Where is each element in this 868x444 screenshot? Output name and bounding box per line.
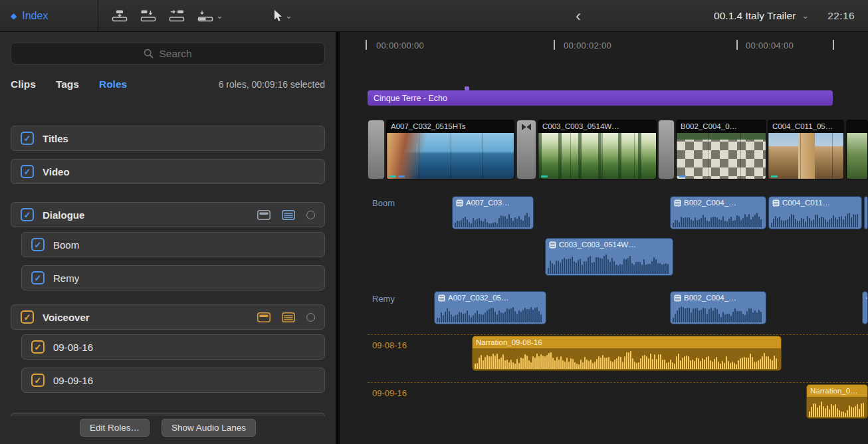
arrow-tool-button[interactable]: ⌄ (271, 8, 294, 24)
role-row-dialogue[interactable]: ✓ Dialogue (11, 202, 325, 227)
connect-edit-icon (112, 9, 128, 22)
collapse-lanes-button[interactable] (257, 312, 271, 322)
insert-edit-button[interactable] (139, 8, 158, 23)
transition-clip[interactable] (658, 120, 675, 179)
index-toggle-button[interactable]: ◆ Index (11, 0, 48, 31)
title-clip-label: Cinque Terre - Echo (374, 94, 447, 103)
role-row-titles[interactable]: ✓ Titles (11, 126, 325, 151)
boom-checkbox[interactable]: ✓ (31, 238, 45, 251)
video-clip-b002[interactable]: B002_C004_0… (676, 120, 766, 179)
show-lanes-icon (282, 312, 295, 322)
index-label: Index (22, 10, 48, 22)
timeline-back-button[interactable]: ‹ (572, 0, 585, 31)
tool-selector: ⌄ (271, 0, 294, 31)
lane-label-09-08-16: 09-08-16 (372, 340, 407, 350)
audio-clip-narration-0909[interactable]: Narration_0… (806, 384, 868, 419)
video-clip-edge[interactable] (846, 120, 868, 179)
audio-clip-boom-c004[interactable]: C004_C011… (768, 196, 862, 229)
next-role-row-partial (11, 413, 325, 416)
take-0909-checkbox[interactable]: ✓ (31, 374, 45, 387)
search-input[interactable]: Search (11, 43, 325, 64)
search-placeholder: Search (159, 48, 191, 60)
audio-waveform (548, 251, 671, 274)
role-row-video[interactable]: ✓ Video (11, 159, 325, 184)
audio-clip-remy-a007[interactable]: A007_C032_05… (434, 291, 546, 324)
audio-clip-boom-c003[interactable]: C003_C003_0514W… (545, 238, 673, 276)
audio-clip-name: Narration_09-08-16 (473, 336, 781, 348)
ruler-tick (554, 40, 555, 50)
audio-clip-edge[interactable] (864, 196, 868, 229)
role-label: Video (43, 166, 70, 177)
role-color-dashes (389, 175, 405, 177)
role-color-dashes (541, 175, 548, 177)
video-clip-c004[interactable]: C004_C011_05… (768, 120, 844, 179)
audio-clip-boom-a007[interactable]: A007_C03… (452, 196, 534, 229)
overwrite-edit-icon (197, 9, 213, 22)
focus-radio-button[interactable] (306, 211, 315, 219)
show-lanes-button[interactable] (282, 312, 295, 322)
role-row-boom[interactable]: ✓ Boom (21, 232, 325, 257)
connect-edit-button[interactable] (110, 8, 129, 23)
audio-clip-edge[interactable] (862, 291, 868, 324)
collapse-lanes-button[interactable] (257, 210, 271, 220)
cross-dissolve-transition[interactable] (516, 120, 536, 179)
tab-clips[interactable]: Clips (11, 78, 36, 90)
arrow-cursor-icon (272, 9, 282, 23)
audio-role-icon (674, 199, 681, 207)
chevron-down-icon: ⌄ (802, 11, 809, 20)
audio-clip-remy-b002[interactable]: B002_C004_… (670, 291, 766, 324)
audio-clip-name: A007_C03… (453, 197, 533, 209)
role-label: Dialogue (43, 209, 84, 221)
index-diamond-icon: ◆ (11, 12, 17, 20)
video-checkbox[interactable]: ✓ (21, 165, 34, 178)
overwrite-edit-button[interactable]: ⌄ (196, 8, 225, 23)
audio-waveform (673, 209, 764, 227)
role-label: Voiceover (43, 312, 90, 323)
role-row-remy[interactable]: ✓ Remy (21, 265, 325, 290)
toolbar: ◆ Index (0, 0, 868, 32)
audio-clip-label: B002_C004_… (684, 199, 736, 207)
append-edit-button[interactable] (167, 8, 186, 23)
focus-radio-button[interactable] (306, 313, 315, 322)
role-label: Boom (53, 239, 79, 251)
role-row-voiceover[interactable]: ✓ Voiceover (11, 304, 325, 330)
dialogue-checkbox[interactable]: ✓ (21, 208, 34, 221)
title-clip[interactable]: Cinque Terre - Echo (368, 90, 833, 106)
show-audio-lanes-button[interactable]: Show Audio Lanes (162, 419, 256, 437)
audio-waveform (809, 397, 865, 417)
show-lanes-button[interactable] (282, 210, 295, 220)
lane-separator (368, 334, 868, 335)
tab-tags[interactable]: Tags (56, 78, 79, 90)
video-clip-a007[interactable]: A007_C032_0515HTs (386, 120, 514, 179)
tab-roles[interactable]: Roles (99, 78, 127, 90)
audio-clip-boom-b002[interactable]: B002_C004_… (670, 196, 766, 229)
audio-role-icon (456, 199, 463, 207)
remy-checkbox[interactable]: ✓ (31, 271, 45, 284)
index-footer: Edit Roles… Show Audio Lanes (0, 419, 336, 437)
voiceover-checkbox[interactable]: ✓ (21, 310, 34, 324)
audio-clip-narration-0908[interactable]: Narration_09-08-16 (472, 336, 782, 371)
role-row-09-08-16[interactable]: ✓ 09-08-16 (21, 334, 325, 360)
transition-clip[interactable] (368, 120, 385, 179)
append-edit-icon (169, 9, 185, 22)
project-selector[interactable]: 00.1.4 Italy Trailer ⌄ (714, 10, 809, 22)
timecode-display: 22:16 (827, 10, 855, 22)
edit-roles-button[interactable]: Edit Roles… (80, 419, 150, 437)
audio-clip-label: Narration_0… (810, 387, 858, 395)
titles-checkbox[interactable]: ✓ (21, 132, 34, 145)
timeline-ruler[interactable]: 00:00:00:00 00:00:02:00 00:00:04:00 (340, 32, 868, 60)
take-0908-checkbox[interactable]: ✓ (31, 340, 45, 354)
video-clip-label: A007_C032_0515HTs (387, 120, 514, 133)
video-clip-label: C003_C003_0514W… (538, 120, 656, 133)
role-color-dashes (771, 175, 778, 177)
chevron-down-icon: ⌄ (216, 11, 223, 20)
video-clip-c003[interactable]: C003_C003_0514W… (538, 120, 657, 179)
audio-clip-name: B002_C004_… (671, 197, 766, 209)
collapse-lanes-icon (257, 312, 271, 322)
audio-waveform (771, 209, 859, 227)
audio-waveform (673, 304, 764, 322)
lane-label-09-09-16: 09-09-16 (372, 388, 407, 398)
audio-waveform (437, 304, 544, 322)
audio-waveform (475, 349, 779, 369)
role-row-09-09-16[interactable]: ✓ 09-09-16 (21, 368, 325, 393)
